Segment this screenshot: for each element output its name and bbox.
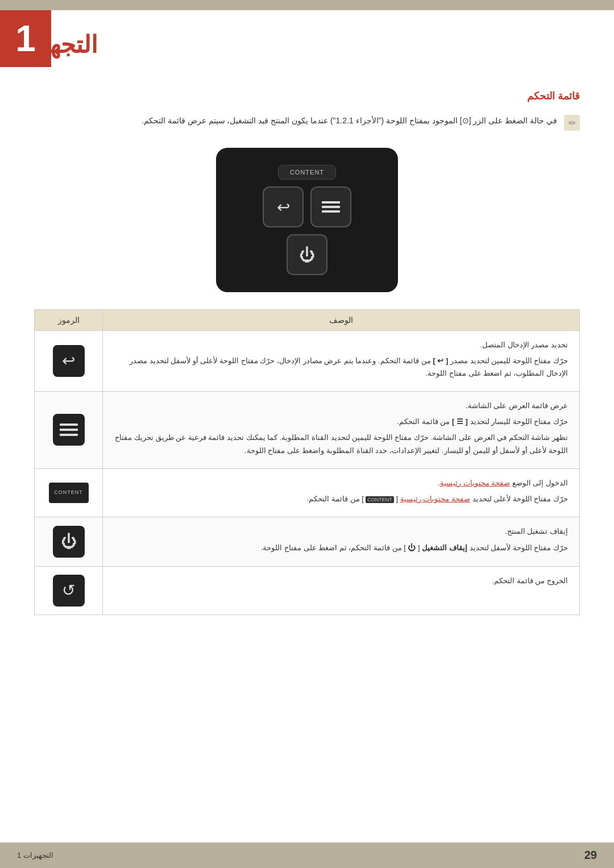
content-button-top: CONTENT — [278, 165, 336, 180]
control-panel: CONTENT ↩ ⏻ — [216, 148, 398, 292]
col-description: الوصف — [103, 310, 580, 331]
panel-bottom-row: ⏻ — [287, 234, 327, 275]
chapter-number-box: 1 — [0, 10, 51, 67]
panel-back-btn[interactable]: ↩ — [263, 186, 304, 227]
content-icon-box: CONTENT — [49, 483, 89, 503]
table-section: الوصف الرموز تحديد مصدر الإدخال المتصل. … — [34, 309, 580, 615]
svg-rect-4 — [322, 210, 340, 213]
features-table: الوصف الرموز تحديد مصدر الإدخال المتصل. … — [34, 309, 580, 615]
chapter-title-area: التجهيزات — [0, 10, 614, 67]
exit-icon-box: ↺ — [53, 575, 85, 607]
row3-description: الدخول إلى الوضع صفحة محتويات رئيسية. حر… — [103, 468, 580, 517]
svg-rect-6 — [60, 429, 78, 431]
row4-icon-cell: ⏻ — [35, 517, 103, 566]
intro-text-block: ✏ في حالة الضغط على الزر [⊙] الموجود بمف… — [34, 114, 580, 131]
row3-detail: حرّك مفتاح اللوحة لأعلى لتحديد صفحة محتو… — [114, 493, 568, 505]
row2-description: عرض قائمة العرض على الشاشة. حرّك مفتاح ا… — [103, 392, 580, 468]
row5-icon-cell: ↺ — [35, 566, 103, 614]
footer-page-number: 29 — [584, 849, 597, 862]
header-section: التجهيزات 1 — [0, 10, 614, 67]
row1-description: تحديد مصدر الإدخال المتصل. حرّك مفتاح ال… — [103, 331, 580, 392]
row3-title: الدخول إلى الوضع صفحة محتويات رئيسية. — [114, 477, 568, 489]
row1-detail: حرّك مفتاح اللوحة لليمين لتحديد مصدر [ ↩… — [114, 355, 568, 380]
svg-text:✏: ✏ — [569, 118, 576, 128]
content-label: CONTENT — [54, 488, 83, 497]
chapter-number: 1 — [15, 18, 36, 60]
row4-description: إيقاف تشغيل المنتج. حرّك مفتاح اللوحة لأ… — [103, 517, 580, 566]
panel-power-btn[interactable]: ⏻ — [287, 234, 327, 275]
table-row: عرض قائمة العرض على الشاشة. حرّك مفتاح ا… — [35, 392, 580, 468]
footer: 29 التجهيزات 1 — [0, 842, 614, 868]
row2-icon-cell — [35, 392, 103, 468]
svg-rect-5 — [60, 423, 78, 426]
row5-description: الخروج من قائمة التحكم. — [103, 566, 580, 614]
footer-chapter-label: التجهيزات 1 — [17, 851, 53, 859]
main-content: قائمة التحكم ✏ في حالة الضغط على الزر [⊙… — [0, 67, 614, 615]
header-top-bar — [0, 0, 614, 10]
row2-title: عرض قائمة العرض على الشاشة. — [114, 400, 568, 412]
row1-title: تحديد مصدر الإدخال المتصل. — [114, 339, 568, 351]
row5-title: الخروج من قائمة التحكم. — [114, 575, 568, 587]
table-row: إيقاف تشغيل المنتج. حرّك مفتاح اللوحة لأ… — [35, 517, 580, 566]
row4-detail: حرّك مفتاح اللوحة لأسفل لتحديد إيقاف الت… — [114, 541, 568, 555]
svg-rect-3 — [322, 206, 340, 208]
note-icon: ✏ — [564, 115, 580, 131]
table-row: الخروج من قائمة التحكم. ↺ — [35, 566, 580, 614]
table-row: الدخول إلى الوضع صفحة محتويات رئيسية. حر… — [35, 468, 580, 517]
panel-top-row: ↩ — [263, 186, 351, 227]
panel-menu-btn[interactable] — [310, 186, 351, 227]
menu-icon-box — [53, 414, 85, 446]
section-heading: قائمة التحكم — [34, 90, 580, 102]
svg-rect-2 — [322, 201, 340, 203]
row1-icon-cell: ↩ — [35, 331, 103, 392]
control-panel-container: CONTENT ↩ ⏻ — [34, 148, 580, 292]
svg-rect-7 — [60, 434, 78, 436]
row2-detail1: حرّك مفتاح اللوحة لليسار لتحديد [ ☰ ] من… — [114, 416, 568, 428]
col-symbol: الرموز — [35, 310, 103, 331]
row4-title: إيقاف تشغيل المنتج. — [114, 525, 568, 538]
table-row: تحديد مصدر الإدخال المتصل. حرّك مفتاح ال… — [35, 331, 580, 392]
row3-icon-cell: CONTENT — [35, 468, 103, 517]
intro-text: في حالة الضغط على الزر [⊙] الموجود بمفتا… — [142, 114, 557, 128]
row2-detail2: تظهر شاشة التحكم في العرض على الشاشة. حر… — [114, 431, 568, 456]
power-icon-box: ⏻ — [53, 526, 85, 558]
back-icon-box: ↩ — [53, 345, 85, 377]
